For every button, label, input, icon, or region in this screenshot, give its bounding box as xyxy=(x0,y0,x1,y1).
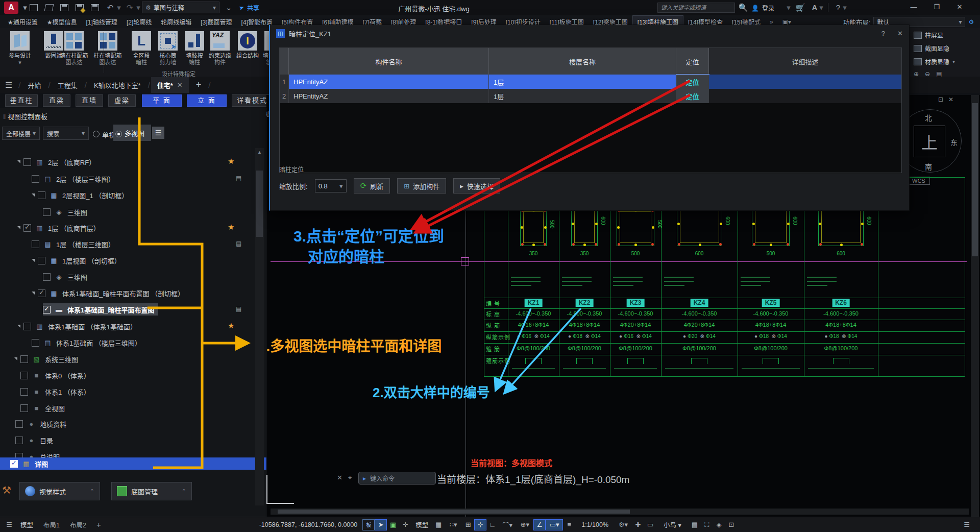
tree-item-三维图[interactable]: ◈三维图 xyxy=(43,271,87,283)
ortho-icon[interactable]: ∟ xyxy=(486,519,499,530)
command-input[interactable]: ▸ 键入命令 xyxy=(358,472,436,485)
mode-button-立面[interactable]: 立 面 xyxy=(187,94,227,107)
workspace-switch-icon[interactable]: ⌄ xyxy=(223,2,235,13)
tree-item-体系1基础面_暗柱平面布置图[interactable]: ▬体系1基础面_暗柱平面布置图 xyxy=(43,303,158,316)
grid-icon[interactable]: ▦ xyxy=(432,519,445,530)
toggle-material-display[interactable]: 材质显隐 ▾ xyxy=(914,57,955,66)
display-toggle-icon[interactable]: ▣ xyxy=(387,519,399,530)
tree-item-目录[interactable]: ●目录 xyxy=(15,434,53,446)
tree-item-体系0[interactable]: ■体系0 （体系） xyxy=(20,369,90,381)
lineweight-icon[interactable]: ≡ xyxy=(563,519,575,530)
hamburger-icon[interactable]: ☰ xyxy=(5,80,12,90)
open-file-icon[interactable] xyxy=(44,4,54,11)
command-tool-icon[interactable]: ⌖ xyxy=(348,474,352,482)
tree-item-2层视图_1[interactable]: ▦2层视图_1 （剖切框） xyxy=(32,189,128,201)
close-button[interactable]: ✕ xyxy=(949,0,970,14)
tree-item-体系1[interactable]: ■体系1 （体系） xyxy=(20,385,90,398)
tree-checkbox[interactable] xyxy=(23,158,31,166)
mode-button-垂直柱[interactable]: 垂直柱 xyxy=(5,94,38,107)
isolate-icon[interactable]: ◈ xyxy=(713,519,725,530)
scrollbar-thumb[interactable] xyxy=(972,103,978,256)
viewport-controls[interactable]: ⊡✕ xyxy=(938,96,953,103)
tree-checkbox[interactable] xyxy=(20,388,28,396)
model-space-toggle[interactable]: 模型 xyxy=(415,520,428,529)
column-id-KZ3[interactable]: KZ3 xyxy=(627,299,645,307)
layout-tab-模型[interactable]: 模型 xyxy=(20,520,33,529)
ribbon-tab-★通用设置[interactable]: ★通用设置 xyxy=(3,16,42,28)
ribbon-tab-[3]截面管理[interactable]: [3]截面管理 xyxy=(196,16,236,28)
row-badge-icon[interactable]: ▤ xyxy=(236,240,241,247)
tree-item-体系1基础面[interactable]: ▥体系1基础面 （体系1基础面） xyxy=(17,320,137,332)
favorite-star-icon[interactable]: ★ xyxy=(228,223,234,232)
tree-checkbox[interactable] xyxy=(20,355,28,363)
tray-pane-icon[interactable]: ▤ xyxy=(689,519,701,530)
table-row[interactable]: 1HPEntityAZ1层定位 xyxy=(280,75,901,89)
share-button[interactable]: ➤ 共享 xyxy=(239,3,259,12)
expander-icon[interactable] xyxy=(32,292,35,295)
cell-floor-name[interactable]: 1层 xyxy=(489,75,676,89)
expander-icon[interactable] xyxy=(32,194,35,197)
toggle-column-display[interactable]: 柱屏显 xyxy=(914,31,943,39)
tree-item-2层[interactable]: ▤2层 （楼层三维图） xyxy=(32,173,115,185)
mode-button-直梁[interactable]: 直梁 xyxy=(43,94,70,107)
hamburger-icon[interactable]: ☰ xyxy=(3,519,15,530)
slab-toggle-icon[interactable]: 板 xyxy=(362,519,375,530)
polar-icon[interactable]: ⌒▾ xyxy=(499,519,516,530)
tree-checkbox[interactable] xyxy=(38,289,45,297)
cell-member-name[interactable]: HPEntityAZ xyxy=(289,89,489,103)
tree-checkbox[interactable] xyxy=(43,273,51,281)
col-header-floor[interactable]: 楼层名称 xyxy=(489,48,676,75)
view-list-icon[interactable]: ☰ xyxy=(152,127,164,139)
cell-floor-name[interactable]: 1层 xyxy=(489,89,676,103)
tree-checkbox[interactable] xyxy=(23,224,31,232)
tree-checkbox[interactable] xyxy=(10,460,18,468)
tree-checkbox[interactable] xyxy=(20,372,28,379)
select-cursor-icon[interactable]: ➤ xyxy=(375,519,387,530)
command-close-icon[interactable]: ✕ xyxy=(337,474,342,481)
save-icon[interactable] xyxy=(60,4,68,11)
tree-checkbox[interactable] xyxy=(32,240,39,248)
table-row[interactable]: 2HPEntityAZ1层定位 xyxy=(280,89,901,103)
add-tab-button[interactable]: + xyxy=(190,77,208,93)
tree-item-1层视图[interactable]: ▦1层视图 （剖切框） xyxy=(32,254,121,267)
layout-tab-布局2[interactable]: 布局2 xyxy=(70,520,86,529)
cell-description[interactable] xyxy=(709,75,901,89)
snap-grid-icon[interactable]: ∷▾ xyxy=(445,519,462,530)
dialog-title-bar[interactable]: ◫ 暗柱定位_KZ1 ? ✕ xyxy=(270,25,909,41)
horizontal-scrollbar[interactable] xyxy=(271,509,969,515)
tree-item-三维图[interactable]: ◈三维图 xyxy=(43,206,87,218)
layout-gear-icon[interactable]: ⚙ xyxy=(968,18,974,26)
dyn-ucs-icon[interactable]: ▭▾ xyxy=(546,519,563,530)
tree-checkbox[interactable] xyxy=(15,437,23,444)
tree-item-1层[interactable]: ▥1层 （底商首层） xyxy=(17,222,100,234)
doc-tab-K轴以北地下室*[interactable]: K轴以北地下室* xyxy=(88,77,147,93)
tools-icon[interactable]: ⚒ xyxy=(2,484,11,496)
toolbar-button-参与设计[interactable]: 参与设计▾ xyxy=(3,30,37,66)
scale-select[interactable]: 0.8▾ xyxy=(315,179,347,192)
fullscreen-icon[interactable]: ⛶ xyxy=(701,519,713,530)
ribbon-tab-[2]轮廓线[interactable]: [2]轮廓线 xyxy=(122,16,156,28)
add-scale-icon[interactable]: ✚ xyxy=(632,519,644,530)
panel-scrollbar[interactable]: ▲ xyxy=(255,148,264,505)
tree-checkbox[interactable] xyxy=(23,323,31,330)
search-input[interactable]: 键入关键字或短语 xyxy=(657,3,735,13)
tree-item-体系1基础面_暗柱平面布置图[interactable]: ▦体系1基础面_暗柱平面布置图 （剖切框） xyxy=(32,287,184,299)
axis-icon[interactable]: ✛ xyxy=(399,519,411,530)
row-badge-icon[interactable]: ▤ xyxy=(236,175,241,182)
tree-item-系统三维图[interactable]: ▧系统三维图 xyxy=(14,353,78,365)
dialog-help-icon[interactable]: ? xyxy=(881,30,885,37)
column-id-KZ5[interactable]: KZ5 xyxy=(762,299,780,307)
scale-gear-icon[interactable]: ⚙▾ xyxy=(615,519,632,530)
tree-item-地质资料[interactable]: ●地质资料 xyxy=(15,418,66,430)
scrollbar-thumb[interactable] xyxy=(256,171,263,237)
snap-step-icon[interactable]: ⊞ xyxy=(462,519,474,530)
status-menu-icon[interactable]: ☰ xyxy=(961,519,973,530)
tree-item-详图[interactable]: ▦详图 xyxy=(0,457,266,470)
quick-select-button[interactable]: ▸ 快速选择 xyxy=(453,178,500,194)
assistant-button[interactable]: 小鸟 ▾ xyxy=(664,520,681,529)
tab-close-icon[interactable]: ✕ xyxy=(177,81,183,89)
redo-caret[interactable]: ▾ xyxy=(136,2,141,13)
print-icon[interactable] xyxy=(91,4,99,11)
scrollbar-thumb[interactable] xyxy=(278,510,630,514)
column-id-KZ6[interactable]: KZ6 xyxy=(832,299,850,307)
